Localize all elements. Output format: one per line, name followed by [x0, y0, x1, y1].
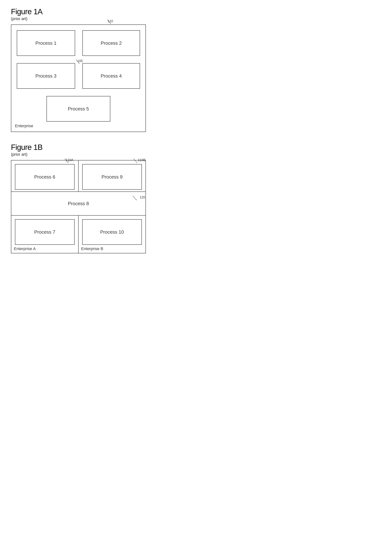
process-10-box: Process 10: [82, 219, 142, 245]
annotation-line-110: [105, 19, 116, 25]
enterprise-a-box: Process 6: [11, 160, 79, 192]
annotation-line-110b: [133, 158, 142, 164]
figure-1b-prior-art: (prior art): [11, 152, 146, 157]
enterprise-b-label: Enterprise B: [81, 246, 103, 251]
figure-1a-section: Figure 1A (prior art) 110 Process 1 Proc…: [11, 7, 146, 132]
top-row: Process 6 Process 9: [11, 160, 146, 192]
process-4-box: Process 4: [82, 63, 140, 89]
bottom-row: Process 7 Enterprise A Process 10 Enterp…: [11, 216, 146, 253]
enterprise-a-label: Enterprise A: [14, 246, 36, 251]
process-9-box: Process 9: [82, 164, 142, 190]
enterprise-b-bottom: Process 10 Enterprise B: [79, 216, 146, 253]
process-5-box: Process 5: [47, 96, 110, 122]
figure-1b-title: Figure 1B: [11, 143, 146, 152]
row-3: Process 5: [17, 96, 140, 122]
figure-1b-diagram: 110A 110B Process 6 Process 9: [11, 160, 146, 253]
process-2-box: Process 2: [82, 30, 140, 56]
figure-1a-prior-art: (prior art): [11, 16, 146, 21]
process-7-box: Process 7: [15, 219, 75, 245]
annotation-line-120: [132, 195, 141, 201]
process-1-box: Process 1: [17, 30, 75, 56]
process-6-box: Process 6: [15, 164, 75, 190]
row-2: 105 Process 3 Process 4: [17, 63, 140, 89]
process-8-wrapper: Process 8 120: [11, 192, 146, 216]
row-1: Process 1 Process 2: [17, 30, 140, 56]
figure-1a-title: Figure 1A: [11, 7, 146, 16]
process-8-box: Process 8: [11, 192, 146, 216]
annotation-line-110a: [63, 158, 73, 164]
enterprise-box-1a: Process 1 Process 2 105 Process 3: [11, 24, 146, 132]
enterprise-b-box: Process 9: [79, 160, 146, 192]
enterprise-a-bottom: Process 7 Enterprise A: [11, 216, 79, 253]
process-3-box: Process 3: [17, 63, 75, 89]
figure-1b-section: Figure 1B (prior art) 110A 110B Process …: [11, 143, 146, 253]
annotation-line-105: [74, 59, 84, 65]
enterprise-label-1a: Enterprise: [15, 123, 33, 128]
figure-1a-diagram: 110 Process 1 Process 2 105: [11, 24, 146, 132]
